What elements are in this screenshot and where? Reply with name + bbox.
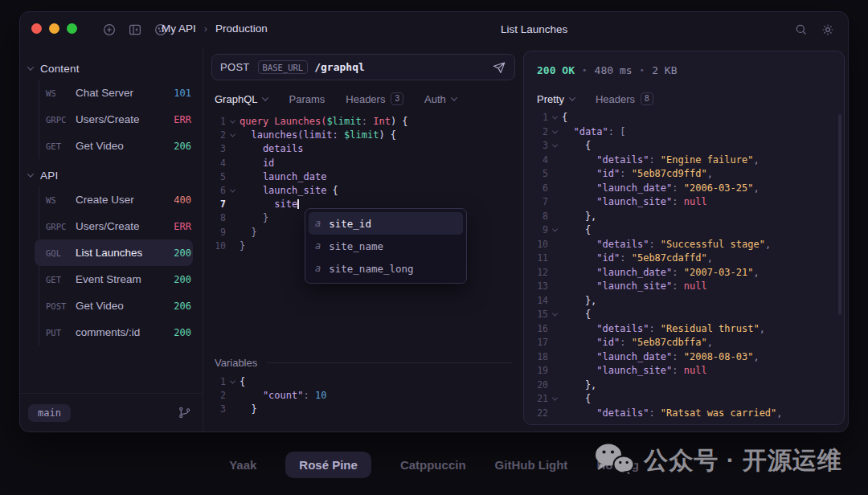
sidebar-item[interactable]: WS Chat Server 101: [39, 80, 193, 106]
fold-chevron-icon[interactable]: [552, 227, 558, 232]
request-name: comments/:id: [76, 326, 140, 338]
sidebar-item[interactable]: GET Event Stream 200: [39, 266, 193, 292]
status-badge: 200: [174, 248, 191, 259]
git-branch-button[interactable]: main: [28, 404, 71, 422]
git-branch-icon[interactable]: [178, 406, 191, 419]
fold-chevron-icon[interactable]: [230, 118, 235, 124]
fold-chevron-icon[interactable]: [230, 378, 235, 384]
fold-chevron-icon[interactable]: [552, 395, 558, 401]
fold-chevron-icon[interactable]: [230, 132, 235, 137]
gear-icon[interactable]: [821, 22, 835, 37]
code-line: 3 {: [530, 139, 839, 153]
close-window-button[interactable]: [31, 23, 42, 34]
line-number: 18: [530, 350, 548, 365]
request-tab[interactable]: Params: [289, 93, 325, 105]
code-text: "details": "Residual thrust",: [562, 322, 839, 337]
line-number: 10: [530, 238, 548, 252]
environment-name[interactable]: Production: [215, 22, 268, 35]
code-text: "count": 10: [240, 389, 512, 403]
code-line: 6 "launch_date": "2006-03-25",: [530, 182, 839, 196]
folder-api-items: WS Create User 400 GRPC Users/Create ERR…: [39, 186, 193, 346]
add-icon[interactable]: [102, 22, 117, 37]
line-number: 9: [530, 223, 548, 238]
request-method-label: PUT: [46, 328, 76, 338]
url-bar[interactable]: POST BASE_URL /graphql: [211, 54, 515, 80]
code-text: {: [240, 375, 512, 389]
response-status-row: 200 OK • 480 ms • 2 KB: [537, 64, 678, 76]
response-size: 2 KB: [652, 64, 677, 76]
workspace-name[interactable]: My API: [162, 22, 196, 35]
autocomplete-item[interactable]: a site_name_long: [309, 257, 463, 280]
theme-button[interactable]: GitHub Light: [495, 452, 568, 478]
theme-button[interactable]: Yaak: [229, 452, 256, 478]
response-scrollbar[interactable]: [838, 114, 841, 315]
sidebar-item[interactable]: PUT comments/:id 200: [39, 319, 193, 346]
fold-chevron-icon[interactable]: [552, 128, 558, 133]
titlebar: My API › Production List Launches: [20, 12, 848, 47]
sidebar-item[interactable]: GRPC Users/Create ERR: [39, 213, 193, 239]
code-text: },: [562, 210, 839, 224]
fold-chevron-icon[interactable]: [230, 187, 235, 193]
autocomplete-item[interactable]: a site_id: [309, 212, 463, 235]
request-tab[interactable]: Auth: [424, 93, 457, 105]
code-text: "launch_date": "2008-08-03",: [562, 350, 839, 365]
zoom-window-button[interactable]: [67, 23, 77, 34]
response-tab[interactable]: Pretty: [537, 93, 575, 105]
base-url-chip[interactable]: BASE_URL: [258, 60, 309, 74]
sidebar-toggle-icon[interactable]: [128, 22, 142, 37]
chevron-down-icon: [569, 94, 575, 100]
variables-editor[interactable]: 1 { 2 "count": 10 3 }: [211, 375, 512, 419]
send-request-button[interactable]: [492, 60, 506, 75]
separator-dot: •: [582, 65, 588, 76]
line-number: 8: [211, 211, 226, 225]
sidebar-folder-content[interactable]: Content: [28, 57, 193, 80]
autocomplete-item[interactable]: a site_name: [309, 235, 463, 257]
code-text: "id": "5eb87cdbffa",: [562, 336, 839, 350]
code-line: 10 "details": "Successful stage",: [530, 238, 839, 252]
chevron-down-icon: [27, 63, 34, 70]
response-body-viewer[interactable]: 1 { 2 "data": [ 3 {: [530, 111, 839, 419]
sidebar-folder-api[interactable]: API: [28, 164, 193, 186]
line-number: 17: [530, 336, 548, 350]
minimize-window-button[interactable]: [49, 23, 59, 34]
sidebar-item[interactable]: WS Create User 400: [39, 186, 193, 213]
code-line: 4 id: [211, 157, 515, 170]
fold-chevron-icon[interactable]: [552, 142, 558, 148]
response-time: 480 ms: [595, 64, 633, 76]
variables-section: Variables: [215, 354, 512, 370]
code-line: 21 {: [530, 392, 839, 407]
theme-button[interactable]: Catppuccin: [400, 452, 466, 478]
fold-chevron-icon[interactable]: [552, 311, 558, 317]
sidebar-item[interactable]: GQL List Launches 200: [35, 239, 193, 266]
response-tab[interactable]: Headers 8: [596, 92, 653, 105]
code-text: }: [240, 403, 512, 416]
code-line: 17 "id": "5eb87cdbffa",: [530, 336, 839, 350]
code-text: {: [562, 223, 839, 238]
breadcrumb[interactable]: My API › Production: [162, 22, 268, 35]
request-tab[interactable]: GraphQL: [215, 93, 268, 105]
request-method-label: WS: [46, 88, 76, 98]
code-line: 6 launch_site {: [211, 184, 515, 198]
line-number: 10: [211, 239, 226, 253]
theme-button[interactable]: Rosé Pine: [285, 452, 371, 478]
tab-label: GraphQL: [215, 93, 257, 105]
tab-count-badge: 3: [391, 92, 403, 105]
code-text: "id": "5eb87cd9ffd",: [562, 167, 839, 182]
sidebar-item[interactable]: GRPC Users/Create ERR: [39, 106, 193, 133]
request-tabs: GraphQL Params Headers 3: [215, 88, 515, 110]
request-tab[interactable]: Headers 3: [346, 92, 403, 105]
code-line: 2 launches(limit: $limit) {: [211, 129, 515, 142]
sidebar-item[interactable]: POST Get Video 206: [39, 292, 193, 319]
divider: [267, 362, 512, 363]
sidebar-item[interactable]: GET Get Video 206: [39, 133, 193, 159]
code-line: 18 "launch_date": "2008-08-03",: [530, 350, 839, 365]
fold-chevron-icon[interactable]: [552, 114, 558, 120]
search-icon[interactable]: [794, 22, 809, 37]
response-tabs: Pretty Headers 8: [537, 88, 653, 109]
line-number: 16: [530, 322, 548, 337]
code-line: 5 "id": "5eb87cd9ffd",: [530, 167, 839, 182]
code-line: 3 }: [211, 403, 512, 416]
line-number: 4: [211, 157, 226, 170]
request-path: /graphql: [314, 61, 365, 73]
tab-count-badge: 8: [641, 92, 653, 105]
